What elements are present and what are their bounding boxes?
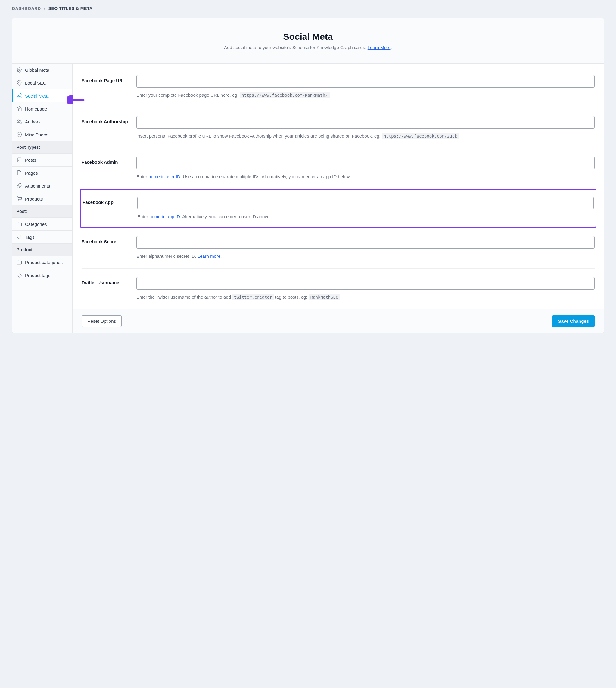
svg-point-1 xyxy=(19,82,20,83)
sidebar-item-label: Local SEO xyxy=(25,81,47,86)
svg-point-3 xyxy=(17,95,19,97)
page-icon xyxy=(17,170,22,176)
sidebar-item-label: Tags xyxy=(25,235,35,240)
home-icon xyxy=(17,106,22,111)
numeric-user-id-link[interactable]: numeric user ID xyxy=(149,174,180,179)
post-icon xyxy=(17,157,22,162)
breadcrumb-sep: / xyxy=(44,6,45,11)
list-icon xyxy=(17,132,22,137)
page-description: Add social meta to your website's Schema… xyxy=(18,45,598,50)
learn-more-secret-link[interactable]: Learn more xyxy=(198,253,221,259)
field-label: Facebook Admin xyxy=(82,157,136,180)
sidebar-item-product-tags[interactable]: Product tags xyxy=(12,269,72,282)
map-pin-icon xyxy=(17,80,22,86)
field-help: Enter your complete Facebook page URL he… xyxy=(136,92,595,99)
field-label: Facebook Authorship xyxy=(82,116,136,140)
breadcrumb-current: SEO TITLES & META xyxy=(48,6,93,11)
footer-actions: Reset Options Save Changes xyxy=(72,309,604,333)
content-area: Facebook Page URL Enter your complete Fa… xyxy=(72,64,604,333)
sidebar-item-label: Attachments xyxy=(25,183,50,188)
sidebar-item-homepage[interactable]: Homepage xyxy=(12,103,72,115)
sidebar: Global Meta Local SEO Social Meta Homepa… xyxy=(12,64,72,333)
learn-more-link[interactable]: Learn More xyxy=(368,45,391,50)
sidebar-item-pages[interactable]: Pages xyxy=(12,167,72,179)
sidebar-item-label: Pages xyxy=(25,171,38,176)
sidebar-item-authors[interactable]: Authors xyxy=(12,115,72,128)
field-row-fb-app: Facebook App Enter numeric app ID. Alter… xyxy=(80,189,596,228)
fb-app-input[interactable] xyxy=(137,197,594,209)
twitter-username-input[interactable] xyxy=(136,277,595,290)
field-row-twitter: Twitter Username Enter the Twitter usern… xyxy=(82,269,595,309)
sidebar-item-posts[interactable]: Posts xyxy=(12,154,72,167)
tag-icon xyxy=(17,234,22,240)
sidebar-item-social-meta[interactable]: Social Meta xyxy=(12,89,72,103)
panel-header: Social Meta Add social meta to your webs… xyxy=(12,18,604,64)
users-icon xyxy=(17,119,22,124)
sidebar-item-label: Product tags xyxy=(25,273,50,278)
sidebar-item-misc-pages[interactable]: Misc Pages xyxy=(12,128,72,141)
svg-point-17 xyxy=(21,201,21,201)
field-help: Insert personal Facebook profile URL to … xyxy=(136,133,595,140)
sidebar-item-label: Global Meta xyxy=(25,67,49,72)
settings-panel: Social Meta Add social meta to your webs… xyxy=(12,18,604,333)
svg-point-4 xyxy=(20,97,21,98)
svg-point-2 xyxy=(20,94,21,95)
sidebar-item-label: Categories xyxy=(25,222,47,227)
sidebar-item-label: Social Meta xyxy=(25,93,48,98)
sidebar-item-label: Misc Pages xyxy=(25,132,48,137)
svg-point-0 xyxy=(19,69,20,71)
field-help: Enter alphanumeric secret ID. Learn more… xyxy=(136,253,595,260)
sidebar-item-label: Posts xyxy=(25,157,37,162)
reset-options-button[interactable]: Reset Options xyxy=(82,315,122,327)
field-help: Enter numeric user ID. Use a comma to se… xyxy=(136,173,595,180)
sidebar-item-label: Product categories xyxy=(25,260,63,265)
folder-icon xyxy=(17,260,22,265)
tag-icon xyxy=(17,272,22,278)
sidebar-item-label: Homepage xyxy=(25,106,47,111)
sidebar-heading-product: Product: xyxy=(12,244,72,256)
sidebar-item-tags[interactable]: Tags xyxy=(12,231,72,244)
field-row-fb-author: Facebook Authorship Insert personal Face… xyxy=(82,108,595,149)
sidebar-item-label: Authors xyxy=(25,119,41,124)
field-help: Enter the Twitter username of the author… xyxy=(136,294,595,301)
sidebar-item-global-meta[interactable]: Global Meta xyxy=(12,64,72,76)
svg-line-5 xyxy=(18,96,20,97)
page-title: Social Meta xyxy=(18,31,598,42)
field-label: Facebook Page URL xyxy=(82,75,136,99)
field-label: Facebook Secret xyxy=(82,236,136,260)
gear-icon xyxy=(17,67,22,72)
field-row-fb-admin: Facebook Admin Enter numeric user ID. Us… xyxy=(82,148,595,189)
svg-point-16 xyxy=(18,201,19,201)
folder-icon xyxy=(17,221,22,227)
sidebar-item-products[interactable]: Products xyxy=(12,193,72,205)
sidebar-item-attachments[interactable]: Attachments xyxy=(12,179,72,193)
save-changes-button[interactable]: Save Changes xyxy=(552,315,595,327)
breadcrumb-root[interactable]: DASHBOARD xyxy=(12,6,41,11)
field-label: Facebook App xyxy=(83,197,137,220)
fb-secret-input[interactable] xyxy=(136,236,595,249)
share-icon xyxy=(17,93,22,98)
svg-point-7 xyxy=(18,119,20,121)
fb-admin-input[interactable] xyxy=(136,157,595,169)
numeric-app-id-link[interactable]: numeric app ID xyxy=(149,214,180,219)
cart-icon xyxy=(17,196,22,201)
sidebar-item-local-seo[interactable]: Local SEO xyxy=(12,76,72,89)
svg-line-6 xyxy=(18,94,20,95)
field-row-fb-page: Facebook Page URL Enter your complete Fa… xyxy=(82,67,595,108)
field-label: Twitter Username xyxy=(82,277,136,301)
sidebar-heading-post: Post: xyxy=(12,205,72,218)
breadcrumb: DASHBOARD / SEO TITLES & META xyxy=(12,6,604,11)
sidebar-item-label: Products xyxy=(25,196,43,201)
sidebar-item-product-categories[interactable]: Product categories xyxy=(12,256,72,269)
fb-page-url-input[interactable] xyxy=(136,75,595,88)
field-row-fb-secret: Facebook Secret Enter alphanumeric secre… xyxy=(82,228,595,269)
field-help: Enter numeric app ID. Alternatively, you… xyxy=(137,214,594,220)
panel-body: Global Meta Local SEO Social Meta Homepa… xyxy=(12,64,604,333)
sidebar-heading-post-types: Post Types: xyxy=(12,141,72,154)
sidebar-item-categories[interactable]: Categories xyxy=(12,218,72,231)
fb-authorship-input[interactable] xyxy=(136,116,595,129)
paperclip-icon xyxy=(17,183,22,188)
